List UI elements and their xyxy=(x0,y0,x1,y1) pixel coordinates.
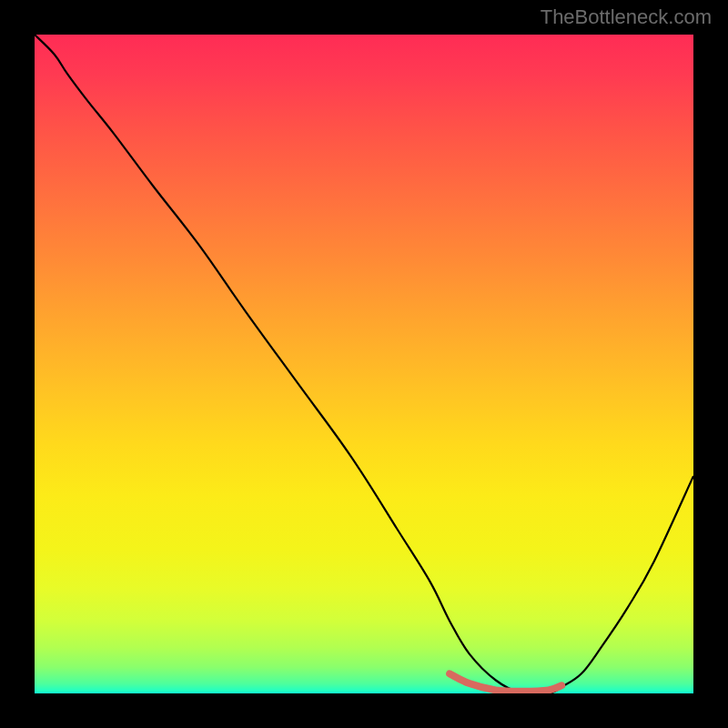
bottleneck-curve xyxy=(35,35,693,693)
plot-area xyxy=(35,35,693,693)
watermark-text: TheBottleneck.com xyxy=(541,5,712,29)
chart-svg xyxy=(35,35,693,693)
highlight-marker xyxy=(450,673,561,692)
